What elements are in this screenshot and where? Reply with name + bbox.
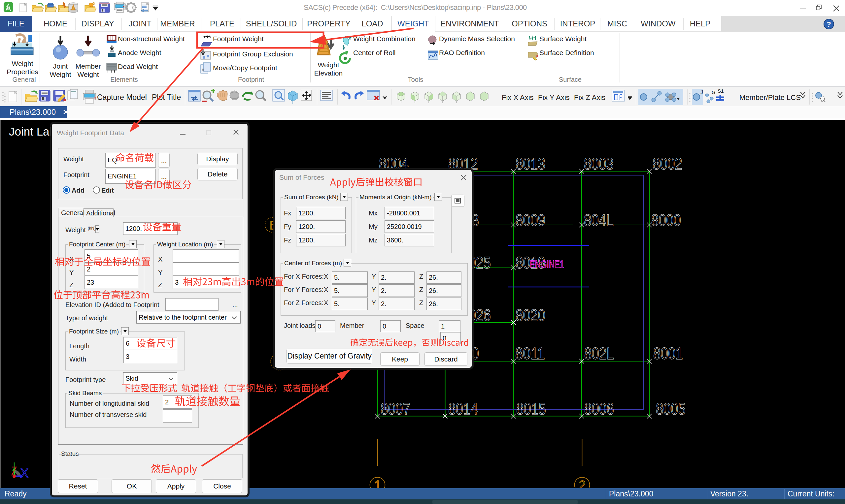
svg-text:8020: 8020 bbox=[515, 306, 545, 325]
svg-text:8005: 8005 bbox=[656, 400, 686, 418]
svg-text:2: 2 bbox=[579, 478, 585, 488]
svg-text:8000: 8000 bbox=[651, 211, 681, 230]
svg-text:J: J bbox=[700, 89, 703, 95]
svg-text:X: X bbox=[20, 466, 29, 480]
svg-text:802L: 802L bbox=[584, 344, 614, 363]
svg-text:?: ? bbox=[827, 20, 831, 29]
svg-text:8007: 8007 bbox=[381, 400, 410, 418]
svg-text:8013: 8013 bbox=[515, 155, 545, 173]
svg-text:Member/Plate LCS: Member/Plate LCS bbox=[739, 93, 801, 102]
svg-text:G: G bbox=[712, 89, 716, 95]
svg-text:8003: 8003 bbox=[584, 155, 614, 173]
svg-text:8001: 8001 bbox=[653, 344, 683, 363]
svg-text:8009: 8009 bbox=[515, 211, 545, 230]
svg-text:8014: 8014 bbox=[448, 400, 478, 418]
svg-text:8015: 8015 bbox=[516, 400, 546, 418]
svg-text:Fix Z Axis: Fix Z Axis bbox=[574, 93, 605, 102]
svg-text:8006: 8006 bbox=[584, 400, 614, 418]
svg-text:804L: 804L bbox=[584, 211, 614, 230]
svg-text:ENGINE1: ENGINE1 bbox=[530, 258, 564, 270]
svg-text:S1: S1 bbox=[718, 88, 723, 94]
svg-text:Fix X Axis: Fix X Axis bbox=[502, 93, 534, 102]
svg-text:8011: 8011 bbox=[515, 344, 545, 363]
svg-text:Fix Y Axis: Fix Y Axis bbox=[538, 93, 570, 102]
svg-text:Plot Title: Plot Title bbox=[152, 93, 181, 102]
svg-text:8002: 8002 bbox=[653, 155, 682, 173]
svg-text:Capture Model: Capture Model bbox=[97, 93, 147, 102]
svg-text:1: 1 bbox=[374, 478, 381, 488]
